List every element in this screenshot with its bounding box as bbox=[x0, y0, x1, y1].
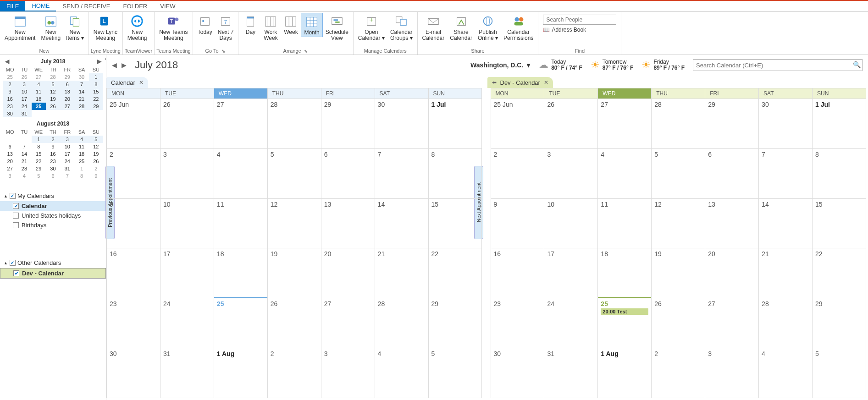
mini-day[interactable]: 24 bbox=[17, 103, 31, 110]
open-calendar-button[interactable]: +Open Calendar ▾ bbox=[355, 13, 387, 42]
mini-day[interactable]: 4 bbox=[17, 172, 31, 180]
mini-day[interactable]: 8 bbox=[89, 81, 103, 88]
calendar-cell[interactable]: 11 bbox=[598, 199, 652, 249]
my-calendars-header[interactable]: ▲✔My Calendars bbox=[0, 191, 106, 201]
calendar-cell[interactable]: 4 bbox=[759, 348, 813, 398]
mini-day[interactable]: 20 bbox=[3, 158, 17, 165]
calendar-cell[interactable]: 29 bbox=[429, 298, 482, 348]
calendar-cell[interactable]: 9 bbox=[106, 199, 160, 249]
calendar-cell[interactable]: 27 bbox=[214, 99, 268, 149]
calendar-cell[interactable]: 29 bbox=[813, 298, 866, 348]
calendar-cell[interactable]: 12 bbox=[268, 199, 321, 249]
mini-day[interactable]: 10 bbox=[17, 88, 31, 95]
search-icon[interactable]: 🔍 bbox=[853, 61, 861, 68]
search-people-input[interactable] bbox=[543, 15, 616, 25]
calendar-cell[interactable]: 28 bbox=[759, 298, 813, 348]
calendar-cell[interactable]: 8 bbox=[429, 149, 482, 199]
calendar-cell[interactable]: 14 bbox=[375, 199, 429, 249]
calendar-cell[interactable]: 11 bbox=[214, 199, 268, 249]
mini-day[interactable]: 1 bbox=[32, 136, 46, 143]
tab-file[interactable]: FILE bbox=[0, 1, 25, 11]
calendar-event[interactable]: 20:00 Test bbox=[601, 308, 648, 315]
mini-day[interactable]: 4 bbox=[74, 136, 88, 143]
calendar-cell[interactable]: 5 bbox=[652, 149, 705, 199]
calendar-cell[interactable]: 17 bbox=[160, 248, 214, 298]
mini-day[interactable]: 7 bbox=[74, 81, 88, 88]
calendar-cell[interactable]: 7 bbox=[375, 149, 429, 199]
tab-view[interactable]: VIEW bbox=[154, 1, 182, 11]
week-view-button[interactable]: Week bbox=[281, 13, 301, 36]
day-view-button[interactable]: Day bbox=[240, 13, 260, 36]
calendar-cell[interactable]: 25 bbox=[214, 298, 268, 348]
mini-day[interactable]: 21 bbox=[74, 95, 88, 103]
calendar-cell[interactable]: 26 bbox=[268, 298, 321, 348]
mini-day[interactable]: 30 bbox=[3, 110, 17, 117]
calendar-cell[interactable]: 13 bbox=[321, 199, 375, 249]
email-calendar-button[interactable]: E-mail Calendar bbox=[420, 13, 448, 42]
calendar-cell[interactable]: 14 bbox=[759, 199, 813, 249]
calendar-cell[interactable]: 3 bbox=[544, 149, 598, 199]
calendar-cell[interactable]: 4 bbox=[214, 149, 268, 199]
mini-next-month[interactable]: ▶ bbox=[96, 58, 102, 65]
calendar-list-item[interactable]: Birthdays bbox=[0, 220, 106, 230]
search-calendar-input[interactable] bbox=[693, 59, 862, 71]
mini-day[interactable]: 25 bbox=[74, 158, 88, 165]
checkbox[interactable] bbox=[13, 222, 19, 228]
mini-day[interactable]: 6 bbox=[46, 172, 60, 180]
mini-day[interactable]: 20 bbox=[60, 95, 74, 103]
mini-day[interactable]: 12 bbox=[46, 88, 60, 95]
mini-day[interactable]: 17 bbox=[60, 150, 74, 158]
mini-day[interactable]: 3 bbox=[60, 136, 74, 143]
mini-day[interactable]: 26 bbox=[89, 158, 103, 165]
mini-day[interactable]: 1 bbox=[74, 165, 88, 172]
calendar-cell[interactable]: 26 bbox=[652, 298, 705, 348]
calendar-cell[interactable]: 28 bbox=[268, 99, 321, 149]
mini-day[interactable]: 23 bbox=[3, 103, 17, 110]
close-tab-icon[interactable]: ✕ bbox=[544, 79, 548, 86]
calendar-permissions-button[interactable]: Calendar Permissions bbox=[501, 13, 536, 42]
calendar-cell[interactable]: 6 bbox=[705, 149, 759, 199]
calendar-cell[interactable]: 12 bbox=[652, 199, 705, 249]
mini-day[interactable]: 2 bbox=[46, 136, 60, 143]
collapse-pane-button[interactable]: ‹ bbox=[105, 56, 106, 61]
mini-day[interactable]: 19 bbox=[89, 150, 103, 158]
calendar-cell[interactable]: 30 bbox=[375, 99, 429, 149]
checkbox[interactable] bbox=[13, 213, 19, 219]
calendar-cell[interactable]: 22 bbox=[429, 248, 482, 298]
calendar-cell[interactable]: 18 bbox=[214, 248, 268, 298]
calendar-cell[interactable]: 30 bbox=[759, 99, 813, 149]
calendar-cell[interactable]: 30 bbox=[106, 348, 160, 398]
location-dropdown[interactable]: Washington, D.C. ▾ bbox=[470, 61, 530, 69]
calendar-cell[interactable]: 31 bbox=[544, 348, 598, 398]
calendar-groups-button[interactable]: Calendar Groups ▾ bbox=[387, 13, 415, 42]
mini-day[interactable]: 27 bbox=[60, 103, 74, 110]
calendar-cell[interactable]: 1 Jul bbox=[429, 99, 482, 149]
mini-day[interactable]: 2 bbox=[3, 81, 17, 88]
mini-day[interactable]: 14 bbox=[17, 150, 31, 158]
calendar-cell[interactable]: 2 bbox=[652, 348, 705, 398]
mini-day[interactable]: 6 bbox=[60, 81, 74, 88]
calendar-cell[interactable]: 27 bbox=[321, 298, 375, 348]
calendar-cell[interactable]: 1 Aug bbox=[214, 348, 268, 398]
mini-day[interactable]: 28 bbox=[17, 165, 31, 172]
calendar-cell[interactable]: 31 bbox=[160, 348, 214, 398]
mini-day[interactable]: 13 bbox=[3, 150, 17, 158]
calendar-cell[interactable]: 4 bbox=[375, 348, 429, 398]
mini-day[interactable]: 5 bbox=[89, 136, 103, 143]
mini-day[interactable]: 24 bbox=[60, 158, 74, 165]
calendar-cell[interactable]: 17 bbox=[544, 248, 598, 298]
close-tab-icon[interactable]: ✕ bbox=[139, 79, 144, 86]
calendar-cell[interactable]: 21 bbox=[759, 248, 813, 298]
tab-send-receive[interactable]: SEND / RECEIVE bbox=[56, 1, 116, 11]
calendar-cell[interactable]: 3 bbox=[321, 348, 375, 398]
mini-day[interactable]: 1 bbox=[89, 73, 103, 81]
mini-day[interactable]: 29 bbox=[32, 165, 46, 172]
calendar-cell[interactable]: 3 bbox=[705, 348, 759, 398]
new-meeting-button[interactable]: New Meeting bbox=[38, 13, 63, 42]
other-calendars-header[interactable]: ▲✔Other Calendars bbox=[0, 258, 106, 268]
mini-day[interactable]: 18 bbox=[32, 95, 46, 103]
calendar-cell[interactable]: 28 bbox=[375, 298, 429, 348]
calendar-cell[interactable]: 5 bbox=[268, 149, 321, 199]
calendar-cell[interactable]: 23 bbox=[491, 298, 545, 348]
calendar-cell[interactable]: 1 Jul bbox=[813, 99, 866, 149]
